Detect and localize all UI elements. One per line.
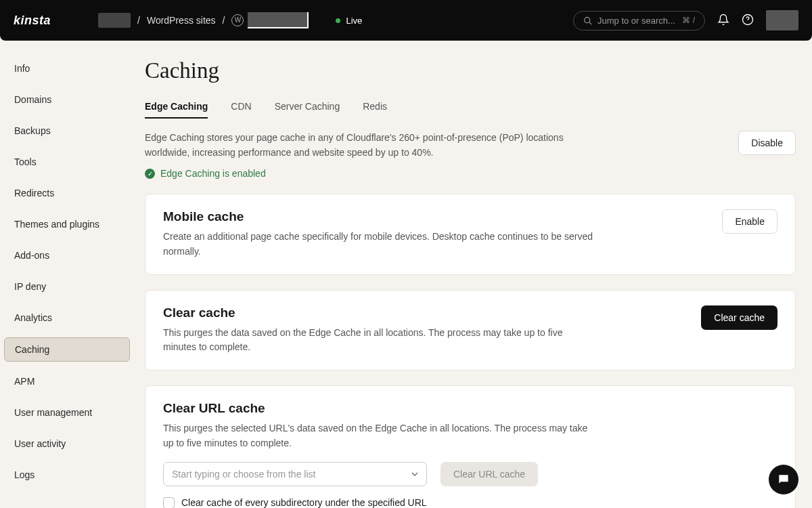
sidebar-item-apm[interactable]: APM	[4, 370, 130, 393]
sidebar-item-add-ons[interactable]: Add-ons	[4, 244, 130, 267]
disable-button[interactable]: Disable	[738, 131, 796, 155]
tab-cdn[interactable]: CDN	[231, 101, 251, 119]
breadcrumb: / WordPress sites /	[98, 12, 309, 28]
tab-edge-caching[interactable]: Edge Caching	[145, 101, 208, 119]
mobile-cache-title: Mobile cache	[163, 209, 596, 224]
sidebar-item-user-management[interactable]: User management	[4, 401, 130, 424]
breadcrumb-org[interactable]	[98, 13, 131, 28]
sidebar-item-redirects[interactable]: Redirects	[4, 182, 130, 205]
url-select-placeholder: Start typing or choose from the list	[172, 469, 315, 480]
sidebar-item-backups[interactable]: Backups	[4, 119, 130, 142]
sidebar-item-tools[interactable]: Tools	[4, 150, 130, 173]
status-line: Edge Caching is enabled	[145, 168, 605, 179]
check-circle-icon	[145, 169, 155, 179]
clear-cache-title: Clear cache	[163, 305, 596, 320]
help-icon	[742, 14, 754, 26]
account-menu[interactable]	[766, 10, 798, 30]
sidebar-item-user-activity[interactable]: User activity	[4, 432, 130, 455]
clear-cache-description: This purges the data saved on the Edge C…	[163, 326, 596, 355]
tab-redis[interactable]: Redis	[363, 101, 387, 119]
sidebar-item-analytics[interactable]: Analytics	[4, 306, 130, 329]
environment-badge[interactable]: Live	[336, 16, 362, 26]
svg-line-1	[589, 22, 591, 24]
breadcrumb-site-name	[248, 12, 309, 28]
status-text: Edge Caching is enabled	[160, 168, 266, 179]
clear-url-cache-description: This purges the selected URL's data save…	[163, 421, 596, 450]
sidebar-item-info[interactable]: Info	[4, 57, 130, 80]
bell-icon	[717, 14, 729, 26]
sidebar-item-themes-plugins[interactable]: Themes and plugins	[4, 213, 130, 236]
page-title: Caching	[145, 58, 796, 83]
mobile-cache-description: Create an additional page cache specific…	[163, 230, 596, 259]
chat-fab[interactable]	[769, 465, 798, 494]
top-bar: kinsta / WordPress sites / Live Jump to …	[0, 0, 812, 41]
brand-logo[interactable]: kinsta	[14, 14, 51, 28]
tabs: Edge Caching CDN Server Caching Redis	[145, 101, 796, 119]
breadcrumb-site[interactable]	[231, 12, 309, 28]
svg-point-0	[585, 17, 590, 22]
url-select-input[interactable]: Start typing or choose from the list	[163, 462, 427, 486]
clear-cache-button[interactable]: Clear cache	[701, 305, 777, 330]
chat-icon	[777, 473, 790, 486]
sidebar-item-ip-deny[interactable]: IP deny	[4, 275, 130, 298]
tab-description: Edge Caching stores your page cache in a…	[145, 131, 605, 160]
sidebar-item-caching[interactable]: Caching	[4, 337, 130, 362]
tab-server-caching[interactable]: Server Caching	[275, 101, 340, 119]
main-content: Caching Edge Caching CDN Server Caching …	[134, 41, 803, 508]
mobile-cache-card: Mobile cache Create an additional page c…	[145, 194, 796, 274]
clear-url-cache-button[interactable]: Clear URL cache	[441, 462, 538, 486]
clear-url-cache-card: Clear URL cache This purges the selected…	[145, 385, 796, 508]
environment-label: Live	[346, 16, 362, 26]
breadcrumb-wp-sites[interactable]: WordPress sites	[147, 15, 216, 26]
notifications-button[interactable]	[717, 14, 729, 28]
enable-mobile-cache-button[interactable]: Enable	[722, 209, 777, 234]
sidebar: Info Domains Backups Tools Redirects The…	[0, 41, 134, 508]
subdirectory-checkbox-label: Clear cache of every subdirectory under …	[181, 497, 427, 508]
search-shortcut: ⌘ /	[682, 16, 695, 25]
search-icon	[583, 16, 592, 25]
clear-cache-card: Clear cache This purges the data saved o…	[145, 290, 796, 371]
wordpress-icon	[231, 14, 244, 26]
search-input[interactable]: Jump to or search... ⌘ /	[573, 11, 705, 30]
sidebar-item-logs[interactable]: Logs	[4, 463, 130, 486]
search-placeholder: Jump to or search...	[597, 16, 675, 26]
breadcrumb-separator: /	[223, 15, 225, 26]
subdirectory-checkbox[interactable]	[163, 497, 175, 509]
breadcrumb-separator: /	[137, 15, 140, 26]
help-button[interactable]	[742, 14, 754, 28]
chevron-down-icon	[411, 471, 418, 478]
status-dot-icon	[336, 18, 340, 23]
clear-url-cache-title: Clear URL cache	[163, 401, 777, 416]
sidebar-item-domains[interactable]: Domains	[4, 88, 130, 111]
